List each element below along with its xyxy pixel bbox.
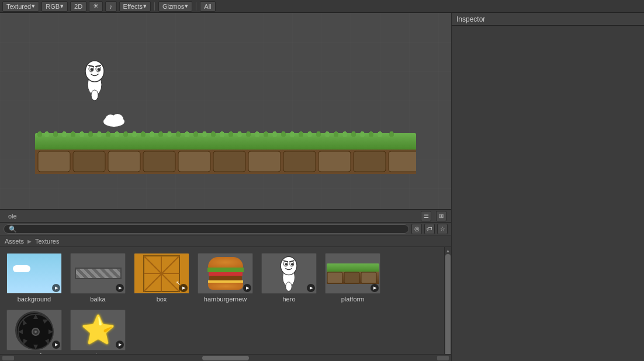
asset-item-balka[interactable]: ▶ balka [67,251,129,305]
effects-label: Effects [123,3,143,10]
plat-dirt-svg [327,272,379,284]
hero-scene-object [82,58,108,104]
asset-label-platform: platform [341,296,365,303]
dropdown-arrow: ▾ [32,2,35,10]
asset-thumb-box: ↖ ▶ [134,253,189,294]
asset-play-box[interactable]: ▶ [179,284,188,292]
assets-scrollbar[interactable]: ▲ ▼ [444,247,451,354]
asset-item-star[interactable]: ⭐ ▶ star [67,307,129,354]
textured-dropdown[interactable]: Textured ▾ [2,1,39,12]
asset-item-saw1[interactable]: ▶ saw 1 [4,307,65,354]
breadcrumb-arrow1: ► [26,238,33,245]
saw-preview [15,311,53,349]
asset-play-platform[interactable]: ▶ [371,284,379,292]
hero-svg [82,58,108,102]
effects-dropdown[interactable]: Effects ▾ [119,1,151,12]
scrollbar-up[interactable]: ▲ [445,247,452,254]
asset-play-saw1[interactable]: ▶ [52,341,60,349]
burger-bun-top [208,257,243,268]
rgb-dropdown[interactable]: RGB ▾ [41,1,68,12]
svg-rect-8 [283,151,316,172]
asset-thumb-saw1: ▶ [6,310,62,350]
gizmos-label: Gizmos [162,3,184,10]
asset-play-hero[interactable]: ▶ [307,284,315,292]
svg-point-20 [91,90,98,100]
asset-star-btn[interactable]: ☆ [437,224,448,234]
asset-eyedropper-btn[interactable]: ◎ [411,224,422,234]
asset-label-hamburgernew: hamburgernew [204,296,247,303]
svg-rect-7 [248,151,281,172]
asset-search-input[interactable] [4,224,409,234]
mode-2d-button[interactable]: 2D [70,1,86,12]
asset-label-box: box [157,296,167,303]
asset-tag-btn[interactable]: 🏷 [424,224,435,234]
inspector-title: Inspector [456,15,485,23]
platform-preview [327,263,379,284]
rgb-label: RGB [46,3,60,10]
hscrollbar-right-btn[interactable] [437,356,449,360]
assets-toolbar: ◎ 🏷 ☆ [0,223,451,235]
scene-view-column: ole ☰ ⊞ ◎ 🏷 ☆ Assets ► Textures [0,13,451,361]
asset-item-box[interactable]: ↖ ▶ box [131,251,192,305]
assets-hscrollbar[interactable] [0,354,451,361]
svg-rect-5 [178,151,210,172]
assets-grid: ▶ background ▶ balka [0,247,444,354]
audio-icon-btn[interactable]: ♪ [105,1,117,12]
svg-point-16 [91,68,94,71]
asset-label-balka: balka [90,296,105,303]
breadcrumb-assets[interactable]: Assets [5,238,24,245]
asset-play-star[interactable]: ▶ [116,341,124,349]
bottom-panel-tabs: ole ☰ ⊞ [0,210,451,223]
assets-area: ▶ background ▶ balka [0,247,451,354]
star-preview: ⭐ [81,316,116,344]
svg-rect-11 [389,151,416,172]
gizmos-dropdown[interactable]: Gizmos ▾ [158,1,192,12]
tab-console-label: ole [8,213,17,220]
asset-item-platform[interactable]: ▶ platform [322,251,383,305]
balka-preview [75,268,122,279]
breadcrumb-textures[interactable]: Textures [35,238,60,245]
burger-bun-bottom [208,283,243,290]
panel-menu-btn[interactable]: ☰ [421,211,431,221]
panel-lock-btn[interactable]: ⊞ [436,211,446,221]
hero-thumb-svg [273,255,305,293]
svg-point-13 [85,61,104,82]
scrollbar-thumb[interactable] [445,254,451,354]
box-preview-svg [143,255,181,293]
plat-grass-preview [327,263,379,272]
asset-thumb-background: ▶ [6,253,62,294]
asset-item-background[interactable]: ▶ background [4,251,65,305]
hscrollbar-thumb[interactable] [202,356,249,360]
svg-rect-6 [213,151,245,172]
search-all-btn[interactable]: All [200,1,215,12]
asset-thumb-hamburgernew: ▶ [198,253,253,294]
tab-console[interactable]: ole [5,210,20,222]
cloud-svg [102,112,126,127]
asset-item-hero[interactable]: ▶ hero [258,251,320,305]
saw-teeth-svg [17,313,55,351]
platform-dirt [35,150,416,174]
svg-rect-2 [73,151,105,172]
breadcrumb: Assets ► Textures [0,235,451,247]
asset-play-hamburgernew[interactable]: ▶ [243,284,251,292]
asset-thumb-platform: ▶ [325,253,380,294]
asset-item-hamburgernew[interactable]: ▶ hamburgernew [195,251,256,305]
bottom-panel: ole ☰ ⊞ ◎ 🏷 ☆ Assets ► Textures [0,209,451,361]
inspector-panel: Inspector [451,13,644,361]
svg-rect-3 [108,151,140,172]
cloud-scene-object [102,112,126,129]
scene-canvas[interactable] [0,13,451,209]
asset-play-background[interactable]: ▶ [52,284,60,292]
sun-icon-btn[interactable]: ☀ [89,1,103,12]
svg-rect-4 [143,151,175,172]
svg-rect-38 [327,272,342,283]
hscrollbar-left-btn[interactable] [2,356,14,360]
svg-rect-39 [344,272,359,283]
platform-dirt-svg [35,150,416,174]
svg-rect-9 [318,151,351,172]
main-area: ole ☰ ⊞ ◎ 🏷 ☆ Assets ► Textures [0,13,644,361]
svg-point-51 [34,331,37,333]
burger-lettuce [207,268,244,272]
platform-scene-object [35,133,416,174]
asset-play-balka[interactable]: ▶ [116,284,124,292]
